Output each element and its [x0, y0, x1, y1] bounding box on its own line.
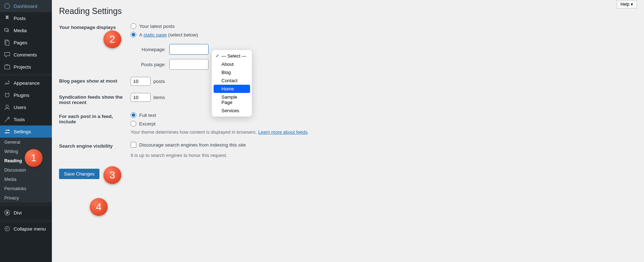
- svg-point-9: [6, 132, 7, 134]
- sidebar-item-appearance[interactable]: Appearance: [0, 77, 52, 89]
- sidebar-item-users[interactable]: Users: [0, 101, 52, 113]
- sidebar-item-projects[interactable]: Projects: [0, 61, 52, 73]
- help-button[interactable]: Help ▾: [616, 0, 637, 9]
- sidebar-separator: [0, 74, 52, 76]
- submenu-permalinks[interactable]: Permalinks: [0, 184, 52, 193]
- radio-static-label: A static page (select below): [139, 32, 198, 38]
- sidebar-item-posts[interactable]: Posts: [0, 12, 52, 24]
- learn-more-feeds-link[interactable]: Learn more about feeds: [258, 129, 307, 135]
- sev-checkbox-label: Discourage search engines from indexing …: [139, 142, 246, 148]
- svg-point-11: [5, 227, 10, 231]
- sidebar-label: Plugins: [14, 93, 29, 98]
- homepage-select[interactable]: [169, 44, 209, 55]
- sidebar-label: Collapse menu: [14, 226, 46, 232]
- sidebar-label: Appearance: [14, 80, 40, 86]
- svg-point-8: [8, 130, 9, 131]
- homepage-dropdown-menu: — Select — About Blog Contact Home Sampl…: [212, 50, 252, 117]
- svg-rect-4: [6, 41, 9, 46]
- radio-full-label: Full text: [139, 113, 156, 118]
- sidebar-label: Tools: [14, 117, 25, 122]
- sidebar-item-divi[interactable]: Divi: [0, 207, 52, 219]
- appearance-icon: [4, 79, 11, 86]
- annotation-badge-4: 4: [90, 198, 108, 216]
- sidebar-item-tools[interactable]: Tools: [0, 113, 52, 125]
- syndication-input[interactable]: [131, 93, 151, 102]
- blog-pages-label: Blog pages show at most: [59, 77, 131, 84]
- sidebar-label: Settings: [14, 129, 31, 134]
- blog-pages-input[interactable]: [131, 77, 151, 86]
- collapse-menu[interactable]: Collapse menu: [0, 223, 52, 235]
- sev-checkbox[interactable]: [131, 142, 136, 148]
- sidebar-item-settings[interactable]: Settings: [0, 125, 52, 138]
- svg-rect-1: [5, 29, 8, 31]
- sidebar-label: Media: [14, 28, 27, 33]
- syndication-label: Syndication feeds show the most recent: [59, 93, 131, 105]
- sidebar-item-pages[interactable]: Pages: [0, 36, 52, 49]
- dropdown-option-sample[interactable]: Sample Page: [214, 93, 250, 107]
- sev-description: It is up to search engines to honor this…: [131, 153, 637, 158]
- divi-icon: [4, 209, 11, 216]
- dropdown-option-services[interactable]: Services: [214, 107, 250, 115]
- radio-latest-posts[interactable]: [131, 23, 136, 29]
- postspage-select-label: Posts page:: [137, 62, 166, 67]
- sev-label: Search engine visibility: [59, 142, 131, 149]
- pin-icon: [4, 15, 11, 22]
- feed-include-label: For each post in a feed, include: [59, 112, 131, 124]
- save-button[interactable]: Save Changes: [59, 169, 99, 179]
- annotation-badge-1: 1: [25, 149, 43, 167]
- main-content: Help ▾ Reading Settings Your homepage di…: [52, 0, 644, 262]
- svg-point-2: [5, 29, 6, 30]
- svg-rect-5: [5, 65, 10, 69]
- dropdown-option-home[interactable]: Home: [214, 85, 250, 93]
- pages-icon: [4, 39, 11, 46]
- radio-full-text[interactable]: [131, 112, 136, 118]
- static-page-link[interactable]: static page: [143, 32, 167, 38]
- sidebar-separator: [0, 204, 52, 206]
- sidebar-label: Comments: [14, 52, 37, 58]
- svg-point-6: [8, 81, 10, 82]
- dropdown-option-contact[interactable]: Contact: [214, 76, 250, 85]
- sidebar-item-comments[interactable]: Comments: [0, 49, 52, 61]
- postspage-select[interactable]: [169, 59, 209, 70]
- page-title: Reading Settings: [59, 6, 637, 16]
- radio-excerpt-label: Excerpt: [139, 121, 156, 127]
- dropdown-option-blog[interactable]: Blog: [214, 68, 250, 76]
- sidebar-separator: [0, 220, 52, 222]
- submenu-general[interactable]: General: [0, 138, 52, 147]
- radio-latest-label: Your latest posts: [139, 24, 175, 29]
- sidebar-label: Projects: [14, 64, 31, 70]
- settings-icon: [4, 128, 11, 135]
- radio-static-page[interactable]: [131, 32, 136, 38]
- plugins-icon: [4, 92, 11, 99]
- settings-submenu: General Writing Reading Discussion Media…: [0, 138, 52, 203]
- svg-point-7: [6, 105, 8, 108]
- radio-excerpt[interactable]: [131, 121, 136, 127]
- dropdown-option-select[interactable]: — Select —: [214, 52, 250, 60]
- chevron-down-icon: ▾: [631, 2, 633, 7]
- annotation-badge-2: 2: [103, 30, 121, 48]
- tools-icon: [4, 116, 11, 123]
- sidebar-label: Pages: [14, 40, 27, 45]
- collapse-icon: [4, 225, 11, 232]
- sidebar-label: Posts: [14, 16, 26, 21]
- homepage-displays-label: Your homepage displays: [59, 23, 131, 30]
- comments-icon: [4, 51, 11, 58]
- admin-sidebar: Dashboard Posts Media Pages Comments Pro…: [0, 0, 52, 262]
- projects-icon: [4, 63, 11, 70]
- submenu-discussion[interactable]: Discussion: [0, 165, 52, 175]
- sidebar-label: Divi: [14, 210, 22, 216]
- submenu-privacy[interactable]: Privacy: [0, 193, 52, 203]
- feed-description: Your theme determines how content is dis…: [131, 129, 637, 135]
- dropdown-option-about[interactable]: About: [214, 60, 250, 68]
- sidebar-item-plugins[interactable]: Plugins: [0, 89, 52, 101]
- syndication-suffix: items: [153, 95, 165, 100]
- media-icon: [4, 27, 11, 34]
- blog-pages-suffix: posts: [153, 79, 165, 84]
- submenu-media[interactable]: Media: [0, 175, 52, 184]
- sidebar-label: Dashboard: [14, 4, 37, 9]
- sidebar-item-media[interactable]: Media: [0, 24, 52, 36]
- users-icon: [4, 104, 11, 111]
- help-label: Help: [620, 2, 629, 7]
- sidebar-item-dashboard[interactable]: Dashboard: [0, 0, 52, 12]
- sidebar-label: Users: [14, 105, 26, 110]
